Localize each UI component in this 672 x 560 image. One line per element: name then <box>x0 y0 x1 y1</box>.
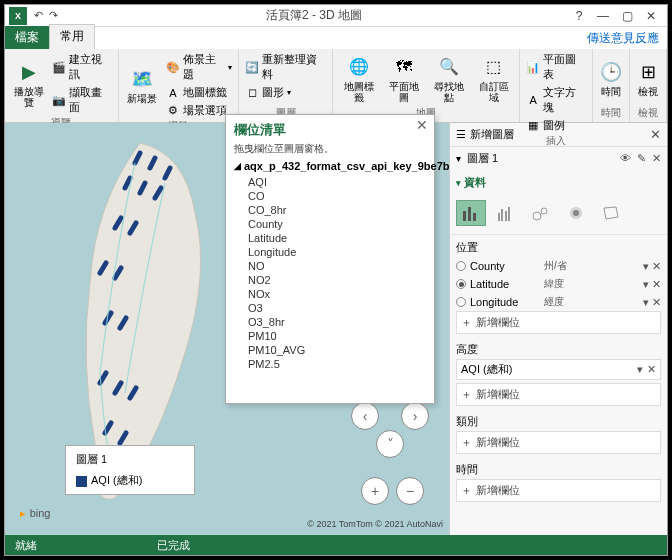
nav-down-button[interactable]: ˅ <box>376 430 404 458</box>
chart-type-bubble[interactable] <box>526 200 556 226</box>
fieldlist-close-icon[interactable]: ✕ <box>416 117 428 133</box>
fieldlist-hint: 拖曳欄位至圖層窗格。 <box>234 142 426 156</box>
redo-icon[interactable]: ↷ <box>49 9 58 22</box>
field-item[interactable]: NOx <box>248 287 426 301</box>
field-item[interactable]: O3 <box>248 301 426 315</box>
ribbon-group-view: ⊞檢視 檢視 <box>630 49 667 122</box>
time-button[interactable]: 🕒時間 <box>597 51 625 106</box>
insert-text-button[interactable]: A文字方塊 <box>524 84 588 116</box>
add-height-field[interactable]: ＋新增欄位 <box>456 383 661 406</box>
svg-point-28 <box>573 210 579 216</box>
svg-rect-22 <box>501 209 503 221</box>
feedback-link[interactable]: 傳送意見反應 <box>587 30 659 47</box>
custom-region-button[interactable]: ⬚自訂區域 <box>472 51 515 106</box>
layer-name[interactable]: 圖層 1 <box>467 151 498 166</box>
region-icon: ⬚ <box>482 55 506 79</box>
expand-icon[interactable]: ▾ <box>456 153 461 164</box>
status-bar: 就緒 已完成 <box>5 535 667 555</box>
ribbon-group-map: 🌐地圖標籤 🗺平面地圖 🔍尋找地點 ⬚自訂區域 地圖 <box>333 49 520 122</box>
field-item[interactable]: Longitude <box>248 245 426 259</box>
loc-row-lat[interactable]: Latitude緯度▾✕ <box>456 275 661 293</box>
visibility-icon[interactable]: 👁 <box>620 152 631 165</box>
tab-file[interactable]: 檔案 <box>5 26 49 49</box>
field-item[interactable]: CO_8hr <box>248 203 426 217</box>
field-item[interactable]: O3_8hr <box>248 315 426 329</box>
delete-layer-icon[interactable]: ✕ <box>652 152 661 165</box>
loc-row-lon[interactable]: Longitude經度▾✕ <box>456 293 661 311</box>
layer-panel: ☰ 新增圖層 ✕ ▾ 圖層 1 👁 ✎ ✕ ▾ 資料 位置 County州/省▾… <box>449 123 667 535</box>
field-item[interactable]: PM10 <box>248 329 426 343</box>
add-category-field[interactable]: ＋新增欄位 <box>456 431 661 454</box>
ribbon-group-time: 🕒時間 時間 <box>593 49 630 122</box>
field-item[interactable]: CO <box>248 189 426 203</box>
new-layer-button[interactable]: 新增圖層 <box>470 127 514 142</box>
category-group: 類別 ＋新增欄位 <box>456 414 661 454</box>
play-tour-button[interactable]: ▶播放導覽 <box>9 51 48 116</box>
field-item[interactable]: PM10_AVG <box>248 343 426 357</box>
flat-map-button[interactable]: 🗺平面地圖 <box>382 51 425 106</box>
field-item[interactable]: NO2 <box>248 273 426 287</box>
add-time-field[interactable]: ＋新增欄位 <box>456 479 661 502</box>
refresh-data-button[interactable]: 🔄重新整理資料 <box>243 51 328 83</box>
new-scene-button[interactable]: 🗺️新場景 <box>123 51 162 119</box>
close-icon[interactable]: ✕ <box>639 9 663 23</box>
excel-icon: X <box>9 7 27 25</box>
time-icon: 🕒 <box>599 60 623 84</box>
ribbon: ▶播放導覽 🎬建立視訊 📷擷取畫面 導覽 🗺️新場景 🎨佈景主題▾ A地圖標籤 … <box>5 49 667 123</box>
zoom-in-button[interactable]: + <box>361 477 389 505</box>
view-button[interactable]: ⊞檢視 <box>634 51 662 106</box>
chevron-down-icon: ▾ <box>643 260 649 273</box>
scene-icon: 🗺️ <box>130 67 154 91</box>
fieldlist-source[interactable]: ◢aqx_p_432_format_csv_api_key_9be7b <box>234 160 426 172</box>
create-video-button[interactable]: 🎬建立視訊 <box>50 51 114 83</box>
map-labels-button[interactable]: A地圖標籤 <box>164 84 234 101</box>
map-legend[interactable]: 圖層 1 AQI (總和) <box>65 445 195 495</box>
find-location-button[interactable]: 🔍尋找地點 <box>427 51 470 106</box>
ribbon-group-layer: 🔄重新整理資料 ◻圖形▾ 圖層 <box>239 49 333 122</box>
map-labels-button2[interactable]: 🌐地圖標籤 <box>337 51 380 106</box>
chart-type-column[interactable] <box>456 200 486 226</box>
theme-button[interactable]: 🎨佈景主題▾ <box>164 51 234 83</box>
svg-rect-18 <box>463 211 466 221</box>
nav-left-button[interactable]: ‹ <box>351 402 379 430</box>
zoom-out-button[interactable]: − <box>396 477 424 505</box>
titlebar: X ↶ ↷ 活頁簿2 - 3D 地圖 ? — ▢ ✕ <box>5 5 667 27</box>
chart-type-heat[interactable] <box>561 200 591 226</box>
field-list-popup[interactable]: ✕ 欄位清單 拖曳欄位至圖層窗格。 ◢aqx_p_432_format_csv_… <box>225 114 435 404</box>
undo-icon[interactable]: ↶ <box>34 9 43 22</box>
chart-type-clustered[interactable] <box>491 200 521 226</box>
add-location-field[interactable]: ＋新增欄位 <box>456 311 661 334</box>
edit-icon[interactable]: ✎ <box>637 152 646 165</box>
chart-icon: 📊 <box>526 60 540 74</box>
window-title: 活頁簿2 - 3D 地圖 <box>61 7 567 24</box>
panel-close-icon[interactable]: ✕ <box>650 127 661 142</box>
scene-options-button[interactable]: ⚙場景選項 <box>164 102 234 119</box>
maximize-icon[interactable]: ▢ <box>615 9 639 23</box>
remove-icon: ✕ <box>652 260 661 273</box>
collapse-icon: ◢ <box>234 161 241 171</box>
height-group: 高度 AQI (總和)▾✕ ＋新增欄位 <box>456 342 661 406</box>
minimize-icon[interactable]: — <box>591 9 615 23</box>
field-item[interactable]: NO <box>248 259 426 273</box>
field-item[interactable]: County <box>248 217 426 231</box>
insert-chart-button[interactable]: 📊平面圖表 <box>524 51 588 83</box>
field-item[interactable]: AQI <box>248 175 426 189</box>
chart-type-region[interactable] <box>596 200 626 226</box>
tab-home[interactable]: 常用 <box>49 24 95 49</box>
chart-type-selector <box>450 197 667 235</box>
view-icon: ⊞ <box>636 60 660 84</box>
layers-icon: ☰ <box>456 128 466 141</box>
nav-right-button[interactable]: › <box>401 402 429 430</box>
insert-legend-button[interactable]: ▦圖例 <box>524 117 588 134</box>
shape-icon: ◻ <box>245 86 259 100</box>
shape-button[interactable]: ◻圖形▾ <box>243 84 328 101</box>
height-value-row[interactable]: AQI (總和)▾✕ <box>456 359 661 380</box>
loc-row-county[interactable]: County州/省▾✕ <box>456 257 661 275</box>
flatmap-icon: 🗺 <box>392 55 416 79</box>
field-item[interactable]: Latitude <box>248 231 426 245</box>
help-icon[interactable]: ? <box>567 9 591 23</box>
plus-icon: ＋ <box>461 315 472 330</box>
legend-swatch <box>76 476 87 487</box>
field-item[interactable]: PM2.5 <box>248 357 426 371</box>
capture-screen-button[interactable]: 📷擷取畫面 <box>50 84 114 116</box>
